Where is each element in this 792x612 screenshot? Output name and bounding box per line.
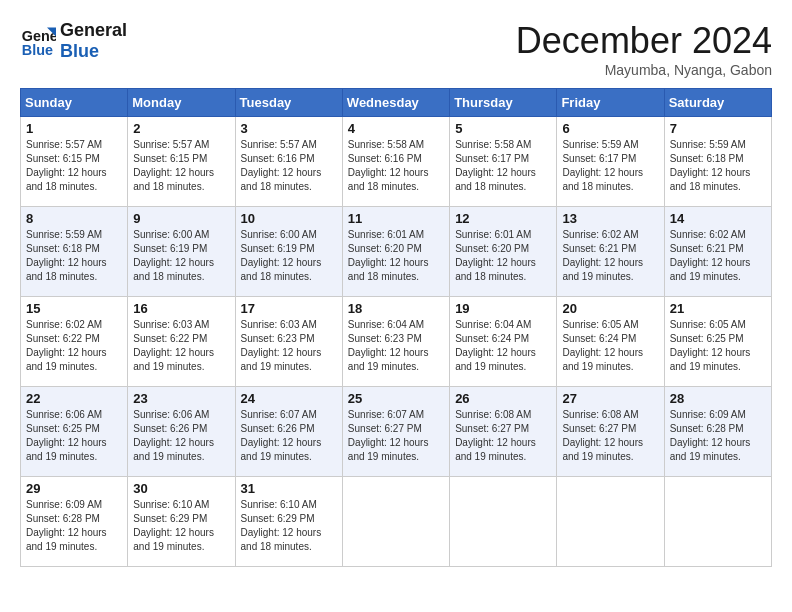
- calendar-week-row: 15Sunrise: 6:02 AMSunset: 6:22 PMDayligh…: [21, 297, 772, 387]
- logo-icon: General Blue: [20, 23, 56, 59]
- header: General Blue General Blue December 2024 …: [20, 20, 772, 78]
- calendar-day-cell: 1Sunrise: 5:57 AMSunset: 6:15 PMDaylight…: [21, 117, 128, 207]
- day-number: 7: [670, 121, 766, 136]
- day-number: 4: [348, 121, 444, 136]
- day-info: Sunrise: 6:00 AMSunset: 6:19 PMDaylight:…: [241, 228, 337, 284]
- day-info: Sunrise: 5:58 AMSunset: 6:16 PMDaylight:…: [348, 138, 444, 194]
- day-info: Sunrise: 5:58 AMSunset: 6:17 PMDaylight:…: [455, 138, 551, 194]
- day-info: Sunrise: 5:59 AMSunset: 6:18 PMDaylight:…: [670, 138, 766, 194]
- calendar-week-row: 1Sunrise: 5:57 AMSunset: 6:15 PMDaylight…: [21, 117, 772, 207]
- day-number: 6: [562, 121, 658, 136]
- calendar-day-cell: 23Sunrise: 6:06 AMSunset: 6:26 PMDayligh…: [128, 387, 235, 477]
- calendar-day-cell: 11Sunrise: 6:01 AMSunset: 6:20 PMDayligh…: [342, 207, 449, 297]
- day-number: 13: [562, 211, 658, 226]
- calendar-day-cell: 5Sunrise: 5:58 AMSunset: 6:17 PMDaylight…: [450, 117, 557, 207]
- day-info: Sunrise: 6:08 AMSunset: 6:27 PMDaylight:…: [455, 408, 551, 464]
- logo: General Blue General Blue: [20, 20, 127, 62]
- day-info: Sunrise: 6:06 AMSunset: 6:26 PMDaylight:…: [133, 408, 229, 464]
- calendar-day-cell: 27Sunrise: 6:08 AMSunset: 6:27 PMDayligh…: [557, 387, 664, 477]
- day-info: Sunrise: 6:07 AMSunset: 6:27 PMDaylight:…: [348, 408, 444, 464]
- calendar-body: 1Sunrise: 5:57 AMSunset: 6:15 PMDaylight…: [21, 117, 772, 567]
- day-info: Sunrise: 5:57 AMSunset: 6:15 PMDaylight:…: [133, 138, 229, 194]
- calendar-day-cell: [450, 477, 557, 567]
- day-number: 15: [26, 301, 122, 316]
- calendar-day-cell: 31Sunrise: 6:10 AMSunset: 6:29 PMDayligh…: [235, 477, 342, 567]
- day-number: 19: [455, 301, 551, 316]
- title-area: December 2024 Mayumba, Nyanga, Gabon: [516, 20, 772, 78]
- day-number: 3: [241, 121, 337, 136]
- weekday-header-cell: Thursday: [450, 89, 557, 117]
- calendar-day-cell: 13Sunrise: 6:02 AMSunset: 6:21 PMDayligh…: [557, 207, 664, 297]
- calendar-day-cell: 16Sunrise: 6:03 AMSunset: 6:22 PMDayligh…: [128, 297, 235, 387]
- day-number: 24: [241, 391, 337, 406]
- calendar-day-cell: 26Sunrise: 6:08 AMSunset: 6:27 PMDayligh…: [450, 387, 557, 477]
- weekday-header-cell: Tuesday: [235, 89, 342, 117]
- day-info: Sunrise: 6:06 AMSunset: 6:25 PMDaylight:…: [26, 408, 122, 464]
- day-number: 21: [670, 301, 766, 316]
- day-number: 16: [133, 301, 229, 316]
- weekday-header-cell: Sunday: [21, 89, 128, 117]
- location: Mayumba, Nyanga, Gabon: [516, 62, 772, 78]
- day-number: 23: [133, 391, 229, 406]
- day-info: Sunrise: 6:10 AMSunset: 6:29 PMDaylight:…: [241, 498, 337, 554]
- weekday-header-cell: Saturday: [664, 89, 771, 117]
- calendar-day-cell: 22Sunrise: 6:06 AMSunset: 6:25 PMDayligh…: [21, 387, 128, 477]
- logo-general: General: [60, 20, 127, 41]
- day-info: Sunrise: 6:04 AMSunset: 6:24 PMDaylight:…: [455, 318, 551, 374]
- weekday-header: SundayMondayTuesdayWednesdayThursdayFrid…: [21, 89, 772, 117]
- day-info: Sunrise: 6:03 AMSunset: 6:23 PMDaylight:…: [241, 318, 337, 374]
- day-info: Sunrise: 6:10 AMSunset: 6:29 PMDaylight:…: [133, 498, 229, 554]
- calendar-day-cell: [664, 477, 771, 567]
- day-info: Sunrise: 6:03 AMSunset: 6:22 PMDaylight:…: [133, 318, 229, 374]
- calendar-day-cell: 18Sunrise: 6:04 AMSunset: 6:23 PMDayligh…: [342, 297, 449, 387]
- calendar-day-cell: 20Sunrise: 6:05 AMSunset: 6:24 PMDayligh…: [557, 297, 664, 387]
- calendar-day-cell: 21Sunrise: 6:05 AMSunset: 6:25 PMDayligh…: [664, 297, 771, 387]
- calendar-day-cell: 19Sunrise: 6:04 AMSunset: 6:24 PMDayligh…: [450, 297, 557, 387]
- day-number: 27: [562, 391, 658, 406]
- day-number: 10: [241, 211, 337, 226]
- calendar-day-cell: 28Sunrise: 6:09 AMSunset: 6:28 PMDayligh…: [664, 387, 771, 477]
- day-number: 8: [26, 211, 122, 226]
- calendar-day-cell: [342, 477, 449, 567]
- day-number: 30: [133, 481, 229, 496]
- calendar-week-row: 22Sunrise: 6:06 AMSunset: 6:25 PMDayligh…: [21, 387, 772, 477]
- calendar-day-cell: 9Sunrise: 6:00 AMSunset: 6:19 PMDaylight…: [128, 207, 235, 297]
- day-number: 14: [670, 211, 766, 226]
- calendar-day-cell: 29Sunrise: 6:09 AMSunset: 6:28 PMDayligh…: [21, 477, 128, 567]
- day-number: 5: [455, 121, 551, 136]
- day-info: Sunrise: 6:02 AMSunset: 6:21 PMDaylight:…: [670, 228, 766, 284]
- day-number: 22: [26, 391, 122, 406]
- day-number: 1: [26, 121, 122, 136]
- calendar-day-cell: 12Sunrise: 6:01 AMSunset: 6:20 PMDayligh…: [450, 207, 557, 297]
- day-number: 11: [348, 211, 444, 226]
- weekday-header-cell: Monday: [128, 89, 235, 117]
- day-info: Sunrise: 6:09 AMSunset: 6:28 PMDaylight:…: [26, 498, 122, 554]
- calendar-day-cell: 17Sunrise: 6:03 AMSunset: 6:23 PMDayligh…: [235, 297, 342, 387]
- day-number: 17: [241, 301, 337, 316]
- day-number: 26: [455, 391, 551, 406]
- day-info: Sunrise: 6:05 AMSunset: 6:25 PMDaylight:…: [670, 318, 766, 374]
- day-info: Sunrise: 6:00 AMSunset: 6:19 PMDaylight:…: [133, 228, 229, 284]
- calendar-day-cell: 2Sunrise: 5:57 AMSunset: 6:15 PMDaylight…: [128, 117, 235, 207]
- day-number: 2: [133, 121, 229, 136]
- day-info: Sunrise: 6:08 AMSunset: 6:27 PMDaylight:…: [562, 408, 658, 464]
- day-number: 31: [241, 481, 337, 496]
- calendar-week-row: 29Sunrise: 6:09 AMSunset: 6:28 PMDayligh…: [21, 477, 772, 567]
- day-info: Sunrise: 5:57 AMSunset: 6:15 PMDaylight:…: [26, 138, 122, 194]
- calendar-day-cell: 7Sunrise: 5:59 AMSunset: 6:18 PMDaylight…: [664, 117, 771, 207]
- calendar-week-row: 8Sunrise: 5:59 AMSunset: 6:18 PMDaylight…: [21, 207, 772, 297]
- day-info: Sunrise: 5:57 AMSunset: 6:16 PMDaylight:…: [241, 138, 337, 194]
- calendar-day-cell: 14Sunrise: 6:02 AMSunset: 6:21 PMDayligh…: [664, 207, 771, 297]
- day-info: Sunrise: 6:07 AMSunset: 6:26 PMDaylight:…: [241, 408, 337, 464]
- logo-blue: Blue: [60, 41, 127, 62]
- day-info: Sunrise: 5:59 AMSunset: 6:18 PMDaylight:…: [26, 228, 122, 284]
- day-number: 12: [455, 211, 551, 226]
- calendar-day-cell: 15Sunrise: 6:02 AMSunset: 6:22 PMDayligh…: [21, 297, 128, 387]
- day-info: Sunrise: 5:59 AMSunset: 6:17 PMDaylight:…: [562, 138, 658, 194]
- day-number: 20: [562, 301, 658, 316]
- calendar-day-cell: 3Sunrise: 5:57 AMSunset: 6:16 PMDaylight…: [235, 117, 342, 207]
- day-info: Sunrise: 6:05 AMSunset: 6:24 PMDaylight:…: [562, 318, 658, 374]
- calendar: SundayMondayTuesdayWednesdayThursdayFrid…: [20, 88, 772, 567]
- day-info: Sunrise: 6:01 AMSunset: 6:20 PMDaylight:…: [348, 228, 444, 284]
- day-number: 25: [348, 391, 444, 406]
